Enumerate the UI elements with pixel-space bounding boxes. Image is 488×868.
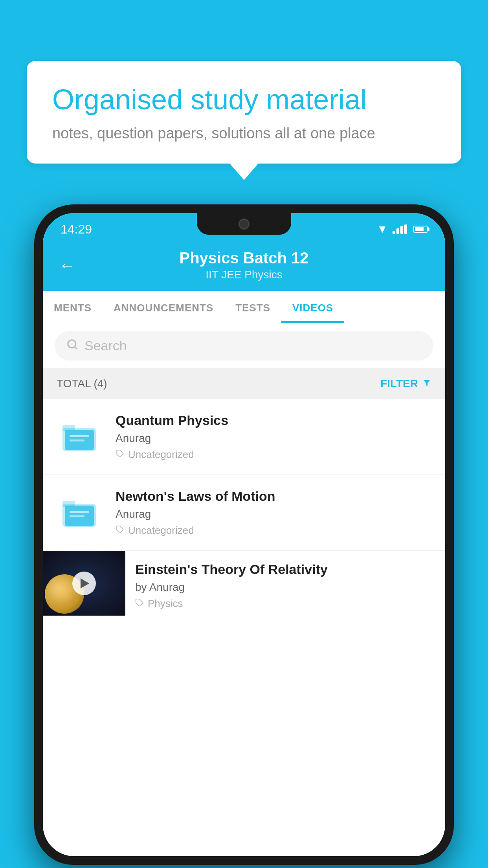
tab-ments[interactable]: MENTS	[43, 291, 103, 323]
category-label-3: Physics	[148, 598, 183, 610]
filter-bar: TOTAL (4) FILTER	[43, 368, 445, 399]
phone-screen: 14:29 ▼	[43, 213, 445, 856]
video-folder-icon-2	[57, 493, 104, 532]
video-info-2: Newton's Laws of Motion Anurag Uncategor…	[116, 489, 431, 537]
category-label-2: Uncategorized	[128, 524, 194, 537]
front-camera	[238, 219, 250, 230]
back-button[interactable]: ←	[59, 256, 76, 275]
header-title: Physics Batch 12	[88, 249, 400, 267]
video-category-2: Uncategorized	[116, 524, 431, 537]
svg-rect-13	[70, 515, 84, 517]
video-title-3: Einstein's Theory Of Relativity	[135, 562, 433, 577]
tag-icon-2	[116, 524, 124, 537]
tab-announcements[interactable]: ANNOUNCEMENTS	[103, 291, 224, 323]
phone-wrapper: 14:29 ▼	[34, 204, 454, 865]
speech-bubble: Organised study material notes, question…	[27, 61, 461, 164]
video-title-2: Newton's Laws of Motion	[116, 489, 431, 504]
svg-line-1	[75, 347, 77, 349]
search-icon	[66, 338, 78, 353]
tag-icon-1	[116, 449, 124, 461]
video-info-3: Einstein's Theory Of Relativity by Anura…	[125, 551, 445, 621]
svg-rect-6	[70, 435, 89, 437]
video-folder-icon-1	[57, 417, 104, 456]
list-item[interactable]: Quantum Physics Anurag Uncategorized	[43, 399, 445, 475]
video-author-2: Anurag	[116, 508, 431, 520]
tab-tests[interactable]: TESTS	[224, 291, 281, 323]
speech-bubble-subtext: notes, question papers, solutions all at…	[52, 125, 436, 142]
category-label-1: Uncategorized	[128, 449, 194, 461]
svg-rect-7	[70, 440, 84, 441]
svg-marker-2	[423, 380, 430, 386]
status-icons: ▼	[377, 223, 427, 235]
filter-icon	[422, 377, 431, 390]
filter-button[interactable]: FILTER	[380, 377, 431, 390]
total-count: TOTAL (4)	[57, 377, 107, 390]
header-title-group: Physics Batch 12 IIT JEE Physics	[88, 249, 400, 281]
search-input-wrapper[interactable]: Search	[55, 331, 433, 360]
speech-bubble-wrapper: Organised study material notes, question…	[27, 61, 461, 164]
wifi-icon: ▼	[377, 223, 388, 235]
speech-bubble-heading: Organised study material	[52, 83, 436, 116]
play-button-3[interactable]	[72, 572, 96, 595]
tab-videos[interactable]: VIDEOS	[281, 291, 344, 323]
phone-notch	[197, 213, 291, 235]
video-list: Quantum Physics Anurag Uncategorized	[43, 399, 445, 621]
video-thumbnail-3	[43, 551, 125, 616]
video-info-1: Quantum Physics Anurag Uncategorized	[116, 413, 431, 461]
planet-glow	[49, 576, 76, 604]
svg-rect-12	[70, 511, 89, 513]
app-header: ← Physics Batch 12 IIT JEE Physics	[43, 241, 445, 291]
phone-frame: 14:29 ▼	[34, 204, 454, 865]
video-category-3: Physics	[135, 598, 433, 610]
video-author-1: Anurag	[116, 432, 431, 445]
list-item[interactable]: Einstein's Theory Of Relativity by Anura…	[43, 551, 445, 621]
search-placeholder: Search	[84, 338, 127, 353]
list-item[interactable]: Newton's Laws of Motion Anurag Uncategor…	[43, 475, 445, 551]
video-title-1: Quantum Physics	[116, 413, 431, 428]
status-time: 14:29	[61, 222, 92, 237]
filter-label: FILTER	[380, 377, 418, 390]
battery-icon	[413, 226, 427, 233]
video-category-1: Uncategorized	[116, 449, 431, 461]
search-bar: Search	[43, 323, 445, 368]
tab-bar: MENTS ANNOUNCEMENTS TESTS VIDEOS	[43, 291, 445, 323]
header-subtitle: IIT JEE Physics	[88, 268, 400, 281]
signal-icon	[393, 224, 407, 234]
tag-icon-3	[135, 598, 144, 610]
video-author-3: by Anurag	[135, 581, 433, 594]
